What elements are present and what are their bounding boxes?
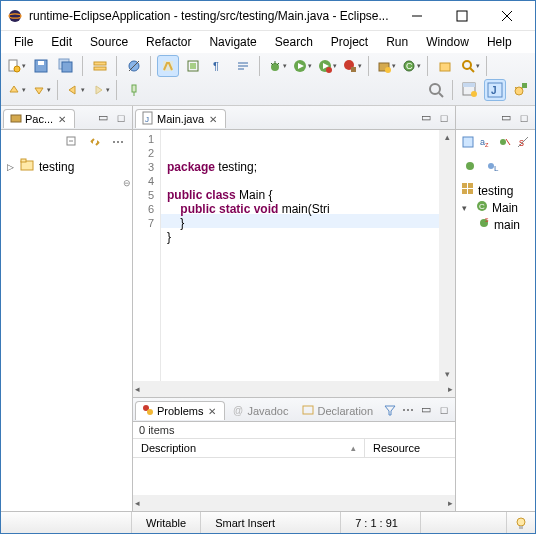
problems-table-body[interactable] xyxy=(133,458,455,495)
debug-perspective-button[interactable] xyxy=(509,79,531,101)
code-area[interactable]: package testing; public class Main { pub… xyxy=(161,130,439,381)
sort-button[interactable]: az xyxy=(479,132,495,152)
menu-window[interactable]: Window xyxy=(417,33,478,51)
maximize-button[interactable] xyxy=(439,1,484,30)
svg-rect-89 xyxy=(468,183,473,188)
search-button[interactable]: ▾ xyxy=(459,55,481,77)
quick-access-search-icon[interactable] xyxy=(425,79,447,101)
status-cursor-position[interactable]: 7 : 1 : 91 xyxy=(340,512,420,533)
problems-tab[interactable]: Problems ✕ xyxy=(135,401,225,420)
editor[interactable]: 1 2 3 ⊖4 5 6 7 package testing; public c… xyxy=(133,130,455,381)
scroll-right-icon[interactable]: ▸ xyxy=(448,498,453,508)
status-writable[interactable]: Writable xyxy=(131,512,200,533)
external-tools-button[interactable]: ▾ xyxy=(341,55,363,77)
scroll-right-icon[interactable]: ▸ xyxy=(448,384,453,394)
collapse-all-button[interactable] xyxy=(62,132,82,152)
minimize-view-button[interactable]: ▭ xyxy=(497,109,515,127)
coverage-button[interactable]: ▾ xyxy=(316,55,338,77)
menu-refactor[interactable]: Refactor xyxy=(137,33,200,51)
pin-editor-button[interactable] xyxy=(123,79,145,101)
save-button[interactable] xyxy=(30,55,52,77)
outline-package-node[interactable]: testing xyxy=(462,182,529,199)
outline-class-node[interactable]: ▾ C Main xyxy=(462,199,529,216)
minimize-view-button[interactable]: ▭ xyxy=(417,401,435,419)
block-selection-button[interactable] xyxy=(182,55,204,77)
svg-point-63 xyxy=(113,141,115,143)
status-insert-mode[interactable]: Smart Insert xyxy=(200,512,340,533)
debug-button[interactable]: ▾ xyxy=(266,55,288,77)
maximize-view-button[interactable]: □ xyxy=(515,109,533,127)
vertical-scrollbar[interactable]: ▴ ▾ xyxy=(439,130,455,381)
editor-tab[interactable]: J Main.java ✕ xyxy=(135,109,226,128)
package-explorer-tree[interactable]: ▷ testing xyxy=(1,154,132,511)
menu-help[interactable]: Help xyxy=(478,33,521,51)
filter-button[interactable] xyxy=(381,401,399,419)
maximize-view-button[interactable]: □ xyxy=(435,109,453,127)
java-perspective-button[interactable]: J xyxy=(484,79,506,101)
svg-rect-73 xyxy=(303,406,313,414)
open-type-button[interactable] xyxy=(434,55,456,77)
skip-breakpoints-button[interactable] xyxy=(123,55,145,77)
menu-search[interactable]: Search xyxy=(266,33,322,51)
save-all-button[interactable] xyxy=(55,55,77,77)
outline-tree[interactable]: testing ▾ C Main s main xyxy=(456,178,535,511)
run-button[interactable]: ▾ xyxy=(291,55,313,77)
svg-rect-16 xyxy=(163,61,173,71)
view-menu-button[interactable] xyxy=(108,132,128,152)
outline-method-node[interactable]: s main xyxy=(462,216,529,233)
column-resource[interactable]: Resource xyxy=(365,439,455,457)
menu-project[interactable]: Project xyxy=(322,33,377,51)
tip-of-day-button[interactable] xyxy=(506,512,535,533)
hide-local-button[interactable]: L xyxy=(483,156,503,176)
maximize-view-button[interactable]: □ xyxy=(112,109,130,127)
javadoc-tab[interactable]: @ Javadoc xyxy=(225,401,295,420)
column-description[interactable]: Description▴ xyxy=(133,439,365,457)
new-button[interactable]: ▾ xyxy=(5,55,27,77)
minimize-view-button[interactable]: ▭ xyxy=(94,109,112,127)
toggle-mark-occurrences-button[interactable] xyxy=(157,55,179,77)
svg-rect-97 xyxy=(519,526,523,529)
horizontal-scrollbar[interactable]: ◂ ▸ xyxy=(133,381,455,397)
maximize-view-button[interactable]: □ xyxy=(435,401,453,419)
forward-button[interactable]: ▾ xyxy=(89,79,111,101)
editor-area: J Main.java ✕ ▭ □ 1 2 3 ⊖4 5 6 7 xyxy=(133,106,455,511)
show-whitespace-button[interactable]: ¶ xyxy=(207,55,229,77)
window-title: runtime-EclipseApplication - testing/src… xyxy=(29,9,394,23)
toggle-breadcrumb-button[interactable] xyxy=(89,55,111,77)
expand-icon[interactable]: ▷ xyxy=(7,162,17,172)
menu-navigate[interactable]: Navigate xyxy=(200,33,265,51)
new-java-class-button[interactable]: C▾ xyxy=(400,55,422,77)
menu-file[interactable]: File xyxy=(5,33,42,51)
new-java-package-button[interactable]: ▾ xyxy=(375,55,397,77)
project-node[interactable]: ▷ testing xyxy=(7,158,126,175)
hide-fields-button[interactable] xyxy=(497,132,513,152)
scroll-left-icon[interactable]: ◂ xyxy=(135,498,140,508)
method-icon: s xyxy=(478,217,490,232)
close-icon[interactable]: ✕ xyxy=(56,114,68,125)
menu-run[interactable]: Run xyxy=(377,33,417,51)
horizontal-scrollbar[interactable]: ◂ ▸ xyxy=(133,495,455,511)
close-icon[interactable]: ✕ xyxy=(207,114,219,125)
open-perspective-button[interactable] xyxy=(459,79,481,101)
minimize-button[interactable] xyxy=(394,1,439,30)
next-annotation-button[interactable]: ▾ xyxy=(30,79,52,101)
package-explorer-tab[interactable]: Pac... ✕ xyxy=(3,109,75,128)
close-icon[interactable]: ✕ xyxy=(206,406,218,417)
scroll-left-icon[interactable]: ◂ xyxy=(135,384,140,394)
hide-static-button[interactable]: s xyxy=(516,132,532,152)
focus-button[interactable] xyxy=(460,132,476,152)
hide-non-public-button[interactable] xyxy=(460,156,480,176)
word-wrap-button[interactable] xyxy=(232,55,254,77)
view-menu-button[interactable] xyxy=(399,401,417,419)
declaration-tab[interactable]: Declaration xyxy=(295,401,380,420)
link-with-editor-button[interactable] xyxy=(85,132,105,152)
prev-annotation-button[interactable]: ▾ xyxy=(5,79,27,101)
menu-edit[interactable]: Edit xyxy=(42,33,81,51)
back-button[interactable]: ▾ xyxy=(64,79,86,101)
minimize-view-button[interactable]: ▭ xyxy=(417,109,435,127)
menu-source[interactable]: Source xyxy=(81,33,137,51)
scroll-up-icon[interactable]: ▴ xyxy=(445,132,450,142)
close-button[interactable] xyxy=(484,1,529,30)
collapse-icon[interactable]: ▾ xyxy=(462,203,472,213)
scroll-down-icon[interactable]: ▾ xyxy=(445,369,450,379)
